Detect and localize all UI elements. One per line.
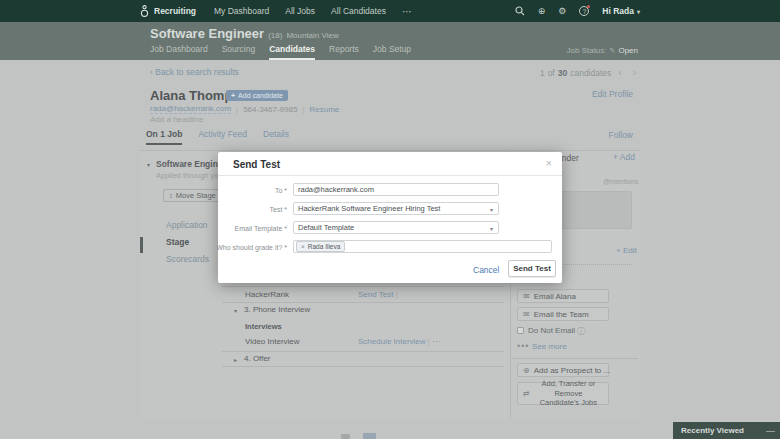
to-input[interactable]: rada@hackerrank.com bbox=[293, 183, 499, 196]
test-selected-value: HackerRank Software Engineer Hiring Test bbox=[298, 204, 440, 213]
candidate-pager: 1 of 30 candidates ‹ › bbox=[540, 67, 640, 78]
transfer-icon: ⇄ bbox=[523, 389, 530, 399]
offer-section-title[interactable]: 4. Offer bbox=[244, 354, 271, 363]
tab-candidates[interactable]: Candidates bbox=[269, 44, 315, 60]
schedule-interview-label: Schedule Interview bbox=[358, 337, 426, 346]
add-as-prospect-label: Add as Prospect to ... bbox=[534, 366, 610, 375]
nav-my-dashboard[interactable]: My Dashboard bbox=[214, 6, 269, 16]
tab-job-dashboard[interactable]: Job Dashboard bbox=[150, 44, 208, 60]
tab-activity-feed[interactable]: Activity Feed bbox=[198, 129, 247, 145]
job-status-value[interactable]: Open bbox=[618, 46, 638, 55]
see-more-dots-icon: ••• bbox=[517, 341, 529, 351]
hackerrank-row-label: HackerRank bbox=[245, 290, 289, 299]
send-test-button[interactable]: Send Test bbox=[508, 260, 556, 277]
move-stage-button[interactable]: ↕ Move Stage bbox=[163, 189, 222, 202]
tab-job-setup[interactable]: Job Setup bbox=[373, 44, 411, 60]
row-divider bbox=[222, 351, 504, 352]
to-value: rada@hackerrank.com bbox=[298, 185, 374, 194]
help-glyph: ? bbox=[582, 8, 586, 15]
applied-source-note: Applied through you bbox=[156, 171, 223, 180]
tab-on-1-job[interactable]: On 1 Job bbox=[146, 129, 182, 145]
back-to-search-link[interactable]: ‹ Back to search results bbox=[150, 67, 239, 77]
search-icon[interactable] bbox=[515, 6, 525, 16]
collapse-closed-icon[interactable]: ▸ bbox=[234, 356, 237, 363]
remove-tag-icon[interactable]: × bbox=[301, 243, 305, 250]
row-divider bbox=[222, 302, 504, 303]
badge-label: Add candidate bbox=[238, 92, 283, 99]
brand-label: Recruiting bbox=[154, 6, 196, 16]
active-stage-indicator bbox=[140, 237, 143, 253]
email-template-select[interactable]: Default Template ▾ bbox=[293, 221, 499, 234]
separator: | bbox=[302, 105, 304, 114]
grader-input[interactable]: × Rada Ilieva bbox=[293, 240, 552, 253]
test-select[interactable]: HackerRank Software Engineer Hiring Test… bbox=[293, 202, 499, 215]
chevron-down-icon: ▾ bbox=[637, 8, 640, 15]
add-reminder-link[interactable]: + Add bbox=[613, 152, 635, 162]
separator: | bbox=[236, 105, 238, 114]
collapse-open-icon[interactable]: ▾ bbox=[147, 161, 150, 168]
separator: | bbox=[396, 290, 398, 299]
tab-reports[interactable]: Reports bbox=[329, 44, 359, 60]
edit-status-icon[interactable]: ✎ bbox=[610, 47, 616, 55]
mentions-hint: @mentions bbox=[603, 178, 639, 185]
grader-tag-label: Rada Ilieva bbox=[308, 243, 341, 250]
panel-section-divider bbox=[512, 358, 638, 359]
gear-icon[interactable]: ⚙ bbox=[558, 7, 566, 16]
envelope-icon: ✉ bbox=[523, 310, 530, 319]
prev-candidate-icon[interactable]: ‹ bbox=[614, 67, 625, 78]
back-chevron-icon: ‹ bbox=[150, 67, 153, 77]
collapse-open-icon[interactable]: ▾ bbox=[234, 307, 237, 314]
next-candidate-icon[interactable]: › bbox=[629, 67, 640, 78]
to-label: To * bbox=[275, 187, 287, 194]
email-candidate-button[interactable]: ✉ Email Alana bbox=[517, 289, 609, 303]
schedule-interview-link[interactable]: Schedule Interview | ⋯ bbox=[358, 337, 440, 346]
close-icon[interactable]: × bbox=[546, 157, 552, 169]
add-candidate-badge[interactable]: + Add candidate bbox=[226, 90, 288, 101]
video-interview-row-label: Video Interview bbox=[245, 337, 300, 346]
candidate-contact-row: rada@hackerrank.com | 564-3467-9985 | Re… bbox=[150, 104, 339, 114]
nav-more-icon[interactable]: ⋯ bbox=[402, 6, 412, 17]
add-as-prospect-button[interactable]: ⊕ Add as Prospect to ... bbox=[517, 363, 609, 377]
separator: | bbox=[428, 337, 430, 346]
sidebar-item-application[interactable]: Application bbox=[166, 220, 208, 230]
add-headline-field[interactable]: Add a headline bbox=[150, 115, 203, 124]
help-icon[interactable]: ? bbox=[579, 6, 589, 16]
modal-title: Send Test bbox=[233, 159, 280, 170]
sidebar-item-stage[interactable]: Stage bbox=[166, 237, 189, 247]
edit-profile-link[interactable]: Edit Profile bbox=[592, 89, 633, 99]
nav-all-jobs[interactable]: All Jobs bbox=[285, 6, 315, 16]
email-team-label: Email the Team bbox=[534, 310, 589, 319]
hackerrank-send-test-link[interactable]: Send Test | bbox=[358, 290, 398, 299]
do-not-email-checkbox[interactable] bbox=[517, 327, 524, 334]
tab-details[interactable]: Details bbox=[263, 129, 289, 145]
sidebar-item-scorecards[interactable]: Scorecards bbox=[166, 254, 209, 264]
brand[interactable]: Recruiting bbox=[140, 5, 196, 18]
nav-all-candidates[interactable]: All Candidates bbox=[331, 6, 386, 16]
see-more-link[interactable]: See more bbox=[532, 342, 567, 351]
modal-header: Send Test × bbox=[218, 152, 562, 176]
user-menu[interactable]: Hi Rada ▾ bbox=[602, 6, 640, 16]
row-divider bbox=[222, 366, 504, 367]
row-divider bbox=[222, 286, 504, 287]
transfer-jobs-button[interactable]: ⇄ Add, Transfer or Remove Candidate's Jo… bbox=[517, 382, 609, 405]
envelope-icon: ✉ bbox=[523, 292, 530, 301]
resume-link[interactable]: Resume bbox=[309, 105, 339, 114]
email-team-button[interactable]: ✉ Email the Team bbox=[517, 307, 609, 321]
move-icon: ↕ bbox=[169, 191, 173, 200]
follow-link[interactable]: Follow bbox=[608, 130, 633, 140]
candidate-email-link[interactable]: rada@hackerrank.com bbox=[150, 104, 231, 114]
pager-suffix: candidates bbox=[570, 68, 611, 78]
transfer-jobs-label: Add, Transfer or Remove Candidate's Jobs bbox=[534, 379, 603, 407]
cancel-button[interactable]: Cancel bbox=[473, 265, 499, 275]
select-caret-icon: ▾ bbox=[490, 206, 493, 213]
job-status-label: Job Status: bbox=[567, 46, 607, 55]
pager-current: 1 bbox=[540, 68, 545, 78]
template-selected-value: Default Template bbox=[298, 223, 354, 232]
test-label: Test * bbox=[269, 206, 287, 213]
info-icon[interactable]: ⓘ bbox=[577, 326, 585, 337]
edit-link[interactable]: + Edit bbox=[616, 246, 637, 255]
quick-add-icon[interactable]: ⊕ bbox=[538, 7, 546, 16]
tab-sourcing[interactable]: Sourcing bbox=[222, 44, 256, 60]
recently-viewed-tray[interactable]: Recently Viewed — bbox=[673, 422, 780, 439]
phone-interview-section-title[interactable]: 3. Phone Interview bbox=[244, 305, 310, 314]
